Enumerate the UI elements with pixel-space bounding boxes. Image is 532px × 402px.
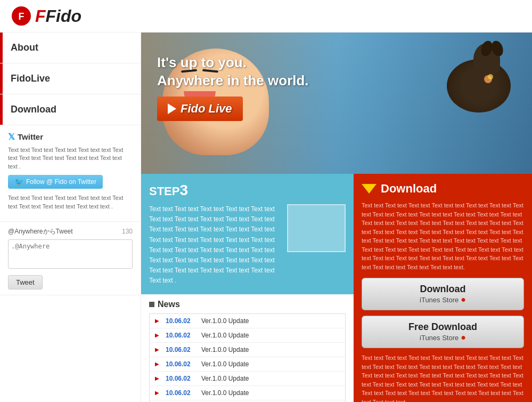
news-item-date: 10.06.02 xyxy=(166,317,195,325)
twitter-bird-icon: 𝕏 xyxy=(8,132,15,142)
news-header: News xyxy=(149,300,346,309)
news-list-item[interactable]: ▶ 10.06.02 Ver.1.0.0 Update xyxy=(150,357,345,372)
download-itunes-button[interactable]: Download iTunes Store ● xyxy=(362,278,524,310)
news-list-item[interactable]: ▶ 10.06.02 Ver.1.0.0 Update xyxy=(150,386,345,400)
download-footer-text: Text text Text text Text text Text text … xyxy=(362,353,524,402)
sidebar-item-download[interactable]: Download xyxy=(0,94,141,125)
hero-tagline: It's up to you. Anywhere in the world. xyxy=(157,54,309,90)
hero-banner: It's up to you. Anywhere in the world. F… xyxy=(141,33,532,174)
news-item-title: Ver.1.0.0 Update xyxy=(201,332,249,339)
free-download-btn-title: Free Download xyxy=(370,321,515,333)
left-column: STEP3 Text text Text text Text text Text… xyxy=(141,174,354,402)
step-image xyxy=(287,204,346,252)
free-download-bullet-icon: ● xyxy=(461,333,466,342)
news-title: News xyxy=(158,300,180,309)
follow-twitter-button[interactable]: 🐦 Follow @ Fido on Twitter xyxy=(8,175,103,189)
twitter-icon-small: 🐦 xyxy=(14,178,23,186)
step-body-text: Text text Text text Text text Text text … xyxy=(149,204,279,286)
sidebar-item-fidolive[interactable]: FidoLive xyxy=(0,63,141,94)
news-item-title: Ver.1.0.0 Update xyxy=(201,317,249,325)
bottom-content: STEP3 Text text Text text Text text Text… xyxy=(141,174,532,402)
twitter-desc1: Text text Text text Text text Text text … xyxy=(8,146,133,171)
news-square-icon xyxy=(149,302,154,307)
free-download-itunes-button[interactable]: Free Download iTunes Store ● xyxy=(362,316,524,348)
logo[interactable]: F FFido xyxy=(11,5,81,27)
news-item-arrow-icon: ▶ xyxy=(155,390,159,396)
arrow-right-icon xyxy=(168,103,176,114)
hero-text: It's up to you. Anywhere in the world. F… xyxy=(157,54,309,121)
download-section: Download Text text Text text Text text T… xyxy=(354,174,532,402)
news-item-title: Ver.1.0.0 Update xyxy=(201,389,249,397)
main-layout: About FidoLive Download 𝕏 Twitter Text t… xyxy=(0,33,532,402)
download-bullet-icon: ● xyxy=(461,295,466,304)
content-area: It's up to you. Anywhere in the world. F… xyxy=(141,33,532,402)
news-item-arrow-icon: ▶ xyxy=(155,332,159,338)
logo-text: FFido xyxy=(35,6,81,26)
download-btn-sub: iTunes Store ● xyxy=(370,295,515,304)
news-item-date: 10.06.02 xyxy=(166,360,195,368)
news-item-title: Ver.1.0.0 Update xyxy=(201,360,249,368)
tweet-section: @AnywhereからTweet 130 Tweet xyxy=(0,222,141,295)
news-item-date: 10.06.02 xyxy=(166,375,195,382)
news-list-item[interactable]: ▶ 10.06.02 Ver.1.0.0 Update xyxy=(150,400,345,403)
tweet-label-row: @AnywhereからTweet 130 xyxy=(8,227,133,236)
news-list-item[interactable]: ▶ 10.06.02 Ver.1.0.0 Update xyxy=(150,314,345,328)
tweet-button[interactable]: Tweet xyxy=(8,275,43,290)
news-item-arrow-icon: ▶ xyxy=(155,318,159,324)
news-list-item[interactable]: ▶ 10.06.02 Ver.1.0.0 Update xyxy=(150,372,345,386)
news-item-title: Ver.1.0.0 Update xyxy=(201,346,249,353)
twitter-desc2: Text text Text text Text text Text text … xyxy=(8,194,133,211)
free-download-btn-sub: iTunes Store ● xyxy=(370,333,515,342)
fido-live-badge[interactable]: Fido Live xyxy=(157,97,243,121)
sidebar: About FidoLive Download 𝕏 Twitter Text t… xyxy=(0,33,141,402)
news-item-date: 10.06.02 xyxy=(166,389,195,397)
sidebar-item-about[interactable]: About xyxy=(0,33,141,63)
step-section: STEP3 Text text Text text Text text Text… xyxy=(141,174,354,294)
right-column: Download Text text Text text Text text T… xyxy=(354,174,532,402)
step-content: Text text Text text Text text Text text … xyxy=(149,204,346,286)
news-item-date: 10.06.02 xyxy=(166,332,195,339)
twitter-title: 𝕏 Twitter xyxy=(8,132,133,142)
twitter-section: 𝕏 Twitter Text text Text text Text text … xyxy=(0,125,141,222)
news-item-arrow-icon: ▶ xyxy=(155,375,159,381)
news-list: ▶ 10.06.02 Ver.1.0.0 Update ▶ 10.06.02 V… xyxy=(149,313,346,403)
news-list-item[interactable]: ▶ 10.06.02 Ver.1.0.0 Update xyxy=(150,328,345,343)
svg-text:F: F xyxy=(19,11,24,22)
header: F FFido xyxy=(0,0,532,33)
tweet-count: 130 xyxy=(122,228,133,235)
tweet-input[interactable] xyxy=(8,239,133,269)
download-panel-title: Download xyxy=(381,182,437,196)
download-btn-title: Download xyxy=(370,284,515,295)
download-arrow-icon xyxy=(362,184,377,194)
news-item-title: Ver.1.0.0 Update xyxy=(201,375,249,382)
download-header: Download xyxy=(362,182,524,196)
news-item-arrow-icon: ▶ xyxy=(155,347,159,352)
download-desc: Text text Text text Text text Text text … xyxy=(362,201,524,271)
news-item-arrow-icon: ▶ xyxy=(155,361,159,367)
news-list-item[interactable]: ▶ 10.06.02 Ver.1.0.0 Update xyxy=(150,343,345,357)
step-header: STEP3 xyxy=(149,182,346,199)
news-section: News ▶ 10.06.02 Ver.1.0.0 Update ▶ 10.06… xyxy=(141,294,354,403)
tweet-label: @AnywhereからTweet xyxy=(8,227,73,236)
fido-logo-icon: F xyxy=(11,5,32,27)
news-item-date: 10.06.02 xyxy=(166,346,195,353)
